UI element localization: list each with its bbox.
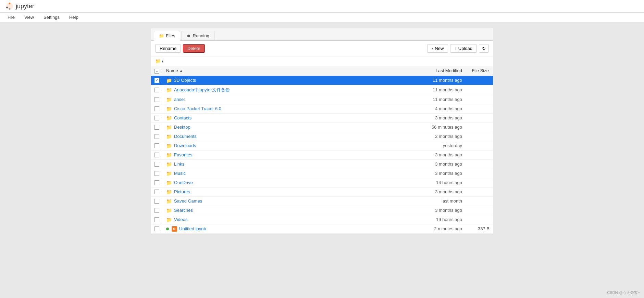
new-button[interactable]: ▾ New (427, 44, 448, 53)
row-checkbox[interactable] (154, 199, 159, 204)
row-checkbox[interactable] (154, 106, 159, 111)
row-checkbox[interactable] (154, 180, 159, 185)
row-checkbox[interactable] (154, 153, 159, 157)
row-name-link[interactable]: ansel (174, 97, 185, 102)
row-checkbox[interactable] (154, 226, 159, 231)
tab-running[interactable]: ⏺ Running (182, 31, 214, 40)
row-checkbox[interactable] (154, 88, 159, 92)
row-name-link[interactable]: Searches (174, 208, 193, 213)
row-checkbox[interactable] (154, 116, 159, 120)
row-name-cell: 📁Music (163, 169, 411, 178)
row-checkbox[interactable]: ✓ (154, 78, 159, 83)
table-row[interactable]: 📁Favorites3 months ago (151, 150, 493, 159)
row-name-link[interactable]: Untitled.ipynb (179, 226, 206, 231)
table-row[interactable]: ✓📁3D Objects11 months ago (151, 76, 493, 85)
table-row[interactable]: 📁Links3 months ago (151, 159, 493, 169)
menu-file[interactable]: File (5, 13, 17, 21)
row-checkbox-cell (151, 113, 163, 122)
svg-point-2 (9, 8, 11, 10)
folder-icon: 📁 (166, 161, 172, 167)
table-row[interactable]: IuUntitled.ipynb2 minutes ago337 B (151, 224, 493, 233)
folder-icon: 📁 (166, 78, 172, 83)
row-name-link[interactable]: Downloads (174, 143, 196, 148)
menu-settings[interactable]: Settings (41, 13, 62, 21)
row-name-link[interactable]: Cisco Packet Tracer 6.0 (174, 106, 221, 111)
table-row[interactable]: 📁Contacts3 months ago (151, 113, 493, 122)
row-modified-cell: 3 months ago (411, 169, 466, 178)
table-row[interactable]: 📁Desktop56 minutes ago (151, 122, 493, 132)
row-modified-cell: 11 months ago (411, 76, 466, 85)
menu-help[interactable]: Help (67, 13, 80, 21)
table-row[interactable]: 📁Saved Gameslast month (151, 196, 493, 206)
rename-button[interactable]: Rename (155, 44, 181, 53)
row-name-link[interactable]: Pictures (174, 189, 190, 194)
row-name-cell: 📁OneDrive (163, 178, 411, 187)
folder-icon: 📁 (166, 143, 172, 148)
row-name-link[interactable]: Music (174, 171, 186, 176)
row-checkbox[interactable] (154, 143, 159, 148)
folder-icon: 📁 (166, 217, 172, 222)
table-header-row: – Name ▲ Last Modified File Size (151, 66, 493, 76)
folder-icon: 📁 (166, 152, 172, 158)
row-name-cell: IuUntitled.ipynb (163, 224, 411, 233)
row-checkbox[interactable] (154, 134, 159, 139)
table-row[interactable]: 📁OneDrive14 hours ago (151, 178, 493, 187)
tabs-bar: 📁 Files ⏺ Running (151, 28, 493, 41)
row-checkbox[interactable] (154, 125, 159, 130)
row-name-cell: 📁Videos (163, 215, 411, 224)
row-name-cell: 📁Contacts (163, 113, 411, 122)
row-checkbox-cell (151, 206, 163, 215)
table-row[interactable]: 📁ansel11 months ago (151, 95, 493, 104)
folder-icon: 📁 (166, 189, 172, 195)
row-name-link[interactable]: Anaconda中jupyter文件备份 (174, 87, 230, 93)
file-table-body: ✓📁3D Objects11 months ago📁Anaconda中jupyt… (151, 76, 493, 233)
row-checkbox-cell (151, 104, 163, 113)
table-row[interactable]: 📁Anaconda中jupyter文件备份11 months ago (151, 85, 493, 95)
row-checkbox[interactable] (154, 190, 159, 194)
row-name-link[interactable]: Contacts (174, 115, 191, 120)
row-name-link[interactable]: 3D Objects (174, 78, 196, 83)
row-checkbox[interactable] (154, 97, 159, 102)
svg-point-1 (9, 3, 11, 4)
delete-button[interactable]: Delete (183, 44, 205, 53)
header-checkbox[interactable]: – (154, 69, 159, 74)
table-row[interactable]: 📁Videos19 hours ago (151, 215, 493, 224)
table-row[interactable]: 📁Music3 months ago (151, 169, 493, 178)
top-bar: jupyter (0, 0, 644, 13)
row-name-cell: 📁Documents (163, 132, 411, 141)
tab-files[interactable]: 📁 Files (154, 31, 180, 41)
row-checkbox-cell (151, 132, 163, 141)
table-row[interactable]: 📁Cisco Packet Tracer 6.04 months ago (151, 104, 493, 113)
row-name-link[interactable]: Videos (174, 217, 188, 222)
row-checkbox[interactable] (154, 208, 159, 213)
row-size-cell (466, 132, 493, 141)
row-name-link[interactable]: Documents (174, 134, 197, 139)
row-checkbox-cell (151, 159, 163, 169)
refresh-button[interactable]: ↻ (479, 44, 489, 53)
table-row[interactable]: 📁Pictures3 months ago (151, 187, 493, 196)
row-name-link[interactable]: OneDrive (174, 180, 193, 185)
header-modified: Last Modified (411, 66, 466, 76)
upload-button[interactable]: ↑ Upload (450, 44, 477, 53)
folder-icon: 📁 (166, 115, 172, 121)
row-name-link[interactable]: Favorites (174, 152, 192, 157)
row-name-cell: 📁Favorites (163, 150, 411, 159)
row-checkbox[interactable] (154, 162, 159, 167)
row-name-cell: 📁Anaconda中jupyter文件备份 (163, 85, 411, 95)
row-name-cell: 📁Pictures (163, 187, 411, 196)
row-size-cell (466, 113, 493, 122)
row-modified-cell: 2 months ago (411, 132, 466, 141)
table-row[interactable]: 📁Searches3 months ago (151, 206, 493, 215)
row-name-link[interactable]: Desktop (174, 125, 190, 130)
table-row[interactable]: 📁Downloadsyesterday (151, 141, 493, 150)
row-name-link[interactable]: Links (174, 161, 184, 167)
row-checkbox-cell (151, 215, 163, 224)
row-checkbox[interactable] (154, 171, 159, 176)
menu-view[interactable]: View (22, 13, 36, 21)
row-name-cell: 📁Links (163, 159, 411, 169)
row-checkbox[interactable] (154, 217, 159, 222)
table-row[interactable]: 📁Documents2 months ago (151, 132, 493, 141)
header-name: Name ▲ (163, 66, 411, 76)
row-name-link[interactable]: Saved Games (174, 198, 202, 204)
chevron-down-icon: ▾ (432, 47, 433, 50)
